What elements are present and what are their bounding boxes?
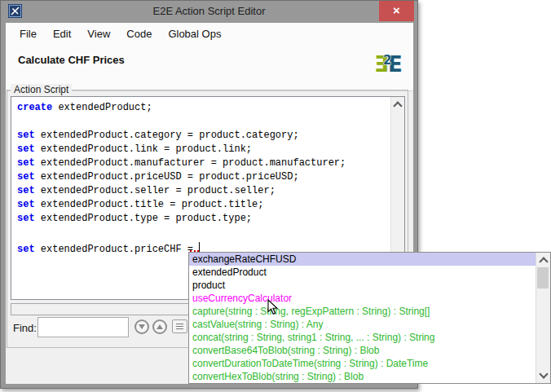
autocomplete-item[interactable]: convertDurationToDateTime(string : Strin… xyxy=(189,357,536,370)
autocomplete-item[interactable]: convertBase64ToBlob(string : String) : B… xyxy=(189,344,536,357)
autocomplete-item[interactable]: castValue(string : String) : Any xyxy=(189,318,536,331)
code-text: extendedProduct.priceUSD = product.price… xyxy=(35,171,299,183)
code-line: set extendedProduct.manufacturer = produ… xyxy=(17,156,390,170)
chevron-down-circle-icon xyxy=(139,324,145,329)
menu-item[interactable]: View xyxy=(79,24,118,44)
code-text: extendedProduct.type = product.type; xyxy=(35,213,252,224)
close-icon: × xyxy=(393,3,400,17)
find-input[interactable] xyxy=(37,317,129,337)
mouse-pointer-icon xyxy=(267,299,279,315)
code-line: set extendedProduct.title = product.titl… xyxy=(17,198,390,212)
code-keyword: set xyxy=(17,244,35,255)
menu-bar: File Edit View Code Global Ops xyxy=(6,23,413,46)
groupbox-label: Action Script xyxy=(11,84,72,95)
code-text: extendedProduct.seller = product.seller; xyxy=(35,185,276,196)
code-line: create extendedProduct; xyxy=(17,101,390,115)
list-lines-icon xyxy=(176,324,183,330)
autocomplete-list: exchangeRateCHFUSD extendedProduct produ… xyxy=(189,253,536,383)
code-text: extendedProduct; xyxy=(52,102,152,113)
code-line xyxy=(17,226,390,240)
code-text: extendedProduct.priceCHF = xyxy=(35,244,200,255)
code-line: set extendedProduct.seller = product.sel… xyxy=(17,184,390,198)
e2e-logo-icon: Ǝ E 2 xyxy=(376,50,402,77)
autocomplete-item[interactable]: capture(string : String, regExpPattern :… xyxy=(189,305,536,318)
scroll-down-icon[interactable] xyxy=(539,369,548,378)
chevron-up-circle-icon xyxy=(156,324,163,329)
menu-item[interactable]: Code xyxy=(118,24,160,44)
code-line: set extendedProduct.type = product.type; xyxy=(17,212,390,226)
code-text: extendedProduct.title = product.title; xyxy=(35,199,264,210)
code-keyword: create xyxy=(17,102,52,113)
find-options-button[interactable] xyxy=(172,319,187,333)
scrollbar-thumb[interactable] xyxy=(537,267,549,288)
scroll-up-icon[interactable] xyxy=(393,101,402,110)
code-keyword: set xyxy=(17,130,35,141)
menu-item[interactable]: Edit xyxy=(45,24,79,44)
find-label: Find: xyxy=(13,322,37,334)
code-content: create extendedProduct; set extendedProd… xyxy=(17,101,390,253)
code-line: set extendedProduct.category = product.c… xyxy=(17,129,390,143)
code-keyword: set xyxy=(17,213,35,224)
window-title[interactable]: E2E Action Script Editor xyxy=(0,5,418,17)
code-text: extendedProduct.link = product.link; xyxy=(35,143,252,155)
code-keyword: set xyxy=(17,185,35,196)
autocomplete-item[interactable]: concat(string : String, string1 : String… xyxy=(189,331,536,344)
code-text: extendedProduct.manufacturer = product.m… xyxy=(35,157,346,169)
autocomplete-popup: exchangeRateCHFUSD extendedProduct produ… xyxy=(188,252,551,384)
menu-item[interactable]: Global Ops xyxy=(160,24,229,44)
page-title: Calculate CHF Prices xyxy=(18,54,125,66)
autocomplete-item[interactable]: useCurrencyCalculator xyxy=(189,292,536,305)
find-previous-button[interactable] xyxy=(152,319,167,334)
error-squiggle-icon xyxy=(190,240,199,252)
svg-text:2: 2 xyxy=(383,53,391,68)
find-next-button[interactable] xyxy=(134,319,149,334)
menu-item[interactable]: File xyxy=(11,24,45,44)
autocomplete-item[interactable]: convertHexToBlob(string : String) : Blob xyxy=(189,370,536,383)
code-keyword: set xyxy=(17,199,35,210)
code-keyword: set xyxy=(17,171,35,183)
code-line: set extendedProduct.link = product.link; xyxy=(17,143,390,156)
code-line xyxy=(17,115,390,129)
code-keyword: set xyxy=(17,157,35,169)
autocomplete-item[interactable]: extendedProduct xyxy=(189,266,536,279)
close-button[interactable]: × xyxy=(379,1,414,21)
scroll-up-icon[interactable] xyxy=(539,257,548,266)
popup-vertical-scrollbar[interactable] xyxy=(536,253,550,383)
autocomplete-item[interactable]: exchangeRateCHFUSD xyxy=(189,253,536,266)
code-text: extendedProduct.category = product.categ… xyxy=(35,130,299,141)
autocomplete-item[interactable]: product xyxy=(189,279,536,292)
code-keyword: set xyxy=(17,143,35,155)
code-line: set extendedProduct.priceUSD = product.p… xyxy=(17,170,390,184)
